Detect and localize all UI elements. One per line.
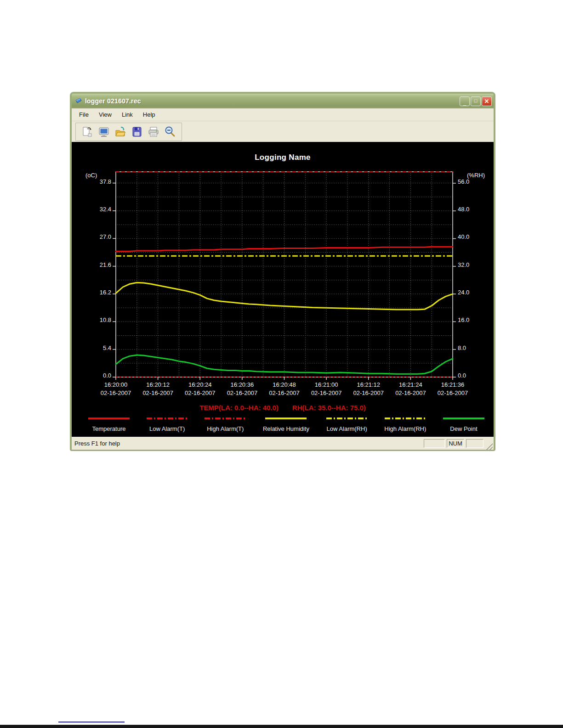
- print-icon: [148, 126, 159, 138]
- status-help-text: Press F1 for help: [74, 440, 422, 447]
- legend-swatch: [265, 418, 307, 419]
- svg-text:16:21:24: 16:21:24: [399, 381, 422, 388]
- menu-file[interactable]: File: [74, 110, 93, 119]
- close-glyph: ✕: [484, 98, 489, 105]
- svg-text:48.0: 48.0: [458, 206, 469, 213]
- chart-client-area: Logging Name 37.832.427.021.616.210.85.4…: [72, 142, 494, 437]
- svg-text:02-16-2007: 02-16-2007: [227, 389, 258, 396]
- legend-label: High Alarm(RH): [384, 425, 426, 432]
- legend-item-high-alarm-rh: High Alarm(RH): [384, 418, 426, 432]
- svg-text:10.8: 10.8: [100, 316, 111, 323]
- chart-canvas: 37.832.427.021.616.210.85.40.056.048.040…: [72, 142, 494, 437]
- svg-text:16:20:24: 16:20:24: [188, 381, 212, 388]
- save-button[interactable]: [130, 125, 144, 139]
- open-folder-icon: [114, 126, 126, 138]
- svg-text:21.6: 21.6: [100, 261, 111, 268]
- legend-label: Low Alarm(T): [149, 425, 185, 432]
- svg-text:02-16-2007: 02-16-2007: [353, 389, 384, 396]
- svg-text:02-16-2007: 02-16-2007: [311, 389, 342, 396]
- print-button[interactable]: [147, 125, 160, 139]
- resize-grip[interactable]: [486, 443, 493, 450]
- svg-text:37.8: 37.8: [100, 178, 111, 185]
- svg-text:16:20:36: 16:20:36: [231, 381, 254, 388]
- device-button[interactable]: [97, 125, 111, 139]
- svg-text:32.4: 32.4: [100, 206, 111, 213]
- svg-text:16:20:48: 16:20:48: [273, 381, 296, 388]
- legend-item-high-alarm-t: High Alarm(T): [205, 418, 246, 432]
- svg-text:02-16-2007: 02-16-2007: [142, 389, 173, 396]
- legend-swatch: [147, 418, 188, 419]
- legend-label: High Alarm(T): [207, 425, 244, 432]
- menu-link[interactable]: Link: [117, 110, 137, 119]
- svg-text:16:20:12: 16:20:12: [146, 381, 170, 388]
- legend-item-temperature: Temperature: [88, 418, 130, 432]
- legend-swatch: [385, 418, 426, 419]
- app-window: logger 021607.rec _ □ ✕ File View Link H…: [70, 92, 495, 451]
- legend-label: Relative Humidity: [263, 425, 309, 432]
- status-bar: Press F1 for help NUM: [72, 437, 494, 450]
- toolbar: [72, 121, 494, 142]
- save-icon: [131, 126, 143, 138]
- svg-text:8.0: 8.0: [458, 344, 466, 351]
- toolbar-group: [75, 123, 182, 141]
- open-button[interactable]: [114, 125, 127, 139]
- svg-text:(%RH): (%RH): [467, 172, 485, 179]
- status-pane-num: NUM: [447, 439, 464, 448]
- svg-text:16.2: 16.2: [100, 289, 111, 296]
- menu-bar: File View Link Help: [72, 108, 494, 121]
- svg-text:0.0: 0.0: [103, 372, 111, 379]
- svg-text:56.0: 56.0: [458, 178, 469, 185]
- page-artifact-scan-strip: [0, 725, 563, 728]
- status-pane-empty-2: [466, 439, 483, 448]
- menu-view[interactable]: View: [94, 110, 116, 119]
- legend-item-low-alarm-t: Low Alarm(T): [147, 418, 188, 432]
- svg-text:16:21:12: 16:21:12: [357, 381, 380, 388]
- legend-label: Dew Point: [450, 425, 477, 432]
- minimize-glyph: _: [463, 100, 466, 106]
- monitor-icon: [98, 126, 110, 138]
- legend-label: Low Alarm(RH): [327, 425, 367, 432]
- rh-alarm-text: RH(LA: 35.0--HA: 75.0): [292, 404, 366, 412]
- close-button[interactable]: ✕: [482, 96, 492, 106]
- svg-text:16:21:00: 16:21:00: [315, 381, 338, 388]
- svg-text:24.0: 24.0: [458, 289, 469, 296]
- new-file-icon: [81, 126, 93, 138]
- svg-text:0.0: 0.0: [458, 372, 466, 379]
- page-background: logger 021607.rec _ □ ✕ File View Link H…: [0, 0, 563, 728]
- svg-text:27.0: 27.0: [100, 233, 111, 240]
- svg-text:02-16-2007: 02-16-2007: [185, 389, 216, 396]
- app-icon: [74, 97, 83, 105]
- legend-swatch: [88, 418, 130, 419]
- zoom-out-icon: [164, 126, 176, 138]
- svg-text:02-16-2007: 02-16-2007: [101, 389, 131, 396]
- svg-text:40.0: 40.0: [458, 233, 469, 240]
- temp-alarm-text: TEMP(LA: 0.0--HA: 40.0): [199, 404, 279, 412]
- status-pane-empty-1: [424, 439, 445, 448]
- legend-item-low-alarm-rh: Low Alarm(RH): [326, 418, 368, 432]
- maximize-button[interactable]: □: [471, 96, 481, 106]
- window-controls: _ □ ✕: [460, 96, 492, 106]
- svg-text:32.0: 32.0: [458, 261, 469, 268]
- page-artifact-blue-line: [58, 722, 125, 722]
- legend-label: Temperature: [92, 425, 126, 432]
- window-title: logger 021607.rec: [85, 97, 460, 105]
- alarm-settings-text: TEMP(LA: 0.0--HA: 40.0)RH(LA: 35.0--HA: …: [72, 404, 494, 412]
- svg-text:02-16-2007: 02-16-2007: [269, 389, 300, 396]
- svg-text:16:21:36: 16:21:36: [441, 381, 465, 388]
- svg-text:02-16-2007: 02-16-2007: [395, 389, 426, 396]
- legend-swatch: [443, 418, 484, 419]
- svg-text:16:20:00: 16:20:00: [104, 381, 128, 388]
- maximize-glyph: □: [474, 98, 478, 103]
- chart-legend: TemperatureLow Alarm(T)High Alarm(T)Rela…: [88, 418, 484, 432]
- zoom-out-button[interactable]: [163, 125, 177, 139]
- legend-item-relative-humidity: Relative Humidity: [263, 418, 309, 432]
- new-file-button[interactable]: [80, 125, 94, 139]
- svg-text:16.0: 16.0: [458, 316, 469, 323]
- svg-text:5.4: 5.4: [103, 344, 111, 351]
- legend-swatch: [205, 418, 246, 419]
- title-bar: logger 021607.rec _ □ ✕: [72, 94, 494, 108]
- legend-item-dew-point: Dew Point: [443, 418, 484, 432]
- minimize-button[interactable]: _: [460, 96, 470, 106]
- svg-text:(oC): (oC): [85, 172, 97, 179]
- menu-help[interactable]: Help: [138, 110, 160, 119]
